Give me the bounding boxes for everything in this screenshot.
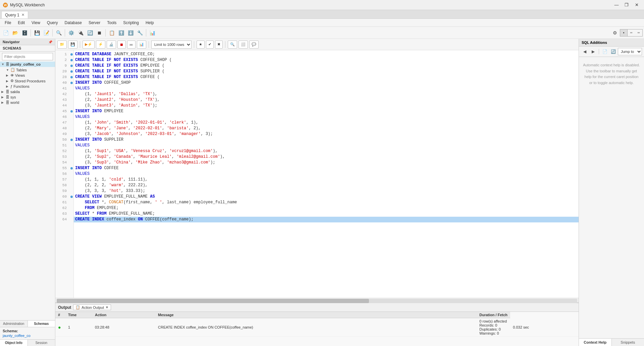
stop-query-button[interactable]: ⏹ xyxy=(117,41,126,49)
menu-scripting[interactable]: Scripting xyxy=(120,20,142,26)
view-split-btn[interactable]: ▫▫ xyxy=(628,29,635,36)
line-row-2: 2 xyxy=(55,57,73,63)
minimize-button[interactable]: — xyxy=(612,2,621,8)
continue-button[interactable]: ⏭ xyxy=(127,41,136,49)
tree-label-jaunty: jaunty_coffee_co xyxy=(10,62,41,66)
menu-help[interactable]: Help xyxy=(142,20,157,26)
menu-database[interactable]: Database xyxy=(61,20,85,26)
exec-dot xyxy=(70,59,73,61)
menu-view[interactable]: View xyxy=(28,20,44,26)
schema-btn[interactable]: 📊 xyxy=(148,28,157,37)
maximize-button[interactable]: ❐ xyxy=(622,2,631,8)
schemas-tab-label: Schemas xyxy=(34,322,49,326)
tree-item-world[interactable]: ▶ 🗄 world xyxy=(0,100,55,105)
menu-server[interactable]: Server xyxy=(85,20,104,26)
limit-select[interactable]: Limit to 1000 rows No Limit Limit to 10 … xyxy=(151,41,192,49)
view-grid-btn[interactable]: ▫▫ xyxy=(635,29,642,36)
tree-item-functions[interactable]: ▶ ƒ Functions xyxy=(0,84,55,89)
line-row-41: 41 xyxy=(55,86,73,91)
horizontal-scrollbar[interactable] xyxy=(55,298,579,302)
tree-item-sakila[interactable]: ▶ 🗄 sakila xyxy=(0,89,55,94)
row-status: ● xyxy=(55,318,65,337)
history-button[interactable]: 📋 xyxy=(107,28,116,37)
tree-item-tables[interactable]: ▼ 📋 Tables xyxy=(0,67,55,73)
tab-close-icon[interactable]: ✕ xyxy=(21,13,24,17)
beautify-button[interactable]: ⬜ xyxy=(238,41,248,49)
save-script-button[interactable]: 📝 xyxy=(42,28,51,37)
commit-button[interactable]: ✔ xyxy=(206,41,214,49)
close-button[interactable]: ✕ xyxy=(632,2,641,8)
refresh-button[interactable]: 🔄 xyxy=(86,28,94,37)
view-single-btn[interactable]: ▪ xyxy=(620,29,628,36)
search-replace-button[interactable]: 🔍 xyxy=(228,41,237,49)
doc-button[interactable]: 📄 xyxy=(601,48,608,55)
code-line-45: INSERT INTO EMPLOYEE xyxy=(74,109,579,114)
snippets-tab[interactable]: Snippets xyxy=(612,339,644,346)
dropdown-icon[interactable]: ▼ xyxy=(105,305,109,309)
output-table-header: # Time Action Message Duration / Fetch xyxy=(55,312,579,318)
line-row-20: 20 xyxy=(55,69,73,74)
row-message: 0 row(s) affected Records: 0 Duplicates:… xyxy=(477,318,510,337)
settings-button[interactable]: ⚙️ xyxy=(67,28,75,37)
exec-dot xyxy=(70,53,73,56)
comment-button[interactable]: 💬 xyxy=(249,41,259,49)
export-button[interactable]: ⬆️ xyxy=(117,28,125,37)
config-button[interactable]: 🔧 xyxy=(136,28,144,37)
tree-item-stored-procedures[interactable]: ▶ ⚙ Stored Procedures xyxy=(0,78,55,84)
navigator-pin-icon[interactable]: 📌 xyxy=(48,40,52,44)
menu-tools[interactable]: Tools xyxy=(104,20,120,26)
gear-icon-btn[interactable]: ⚙ xyxy=(610,28,619,37)
new-file-button[interactable]: 📄 xyxy=(1,28,10,37)
context-help-tab[interactable]: Context Help xyxy=(579,339,612,346)
right-panel: SQL Additions ◀ ▶ 📄 🔄 Jump to Automatic … xyxy=(579,39,644,346)
object-info-tab[interactable]: Object Info xyxy=(0,340,28,346)
code-line-41: VALUES xyxy=(74,86,579,91)
scrollbar-thumb[interactable] xyxy=(57,299,369,303)
code-editor[interactable]: 1 2 9 20 28 40 41 42 43 44 45 46 47 48 4… xyxy=(55,50,579,298)
line-row-58: 58 xyxy=(55,183,73,188)
save-button[interactable]: 💾 xyxy=(33,28,41,37)
open-file-button[interactable]: 📂 xyxy=(11,28,19,37)
schema-tree: ▼ 🗄 jaunty_coffee_co ▼ 📋 Tables ▶ 👁 View… xyxy=(0,62,55,320)
execute-all-button[interactable]: ▶⚡ xyxy=(83,41,95,49)
menu-query[interactable]: Query xyxy=(44,20,61,26)
scrollbar-track[interactable] xyxy=(57,299,577,303)
auto-button[interactable]: 🔄 xyxy=(609,48,617,55)
menu-edit[interactable]: Edit xyxy=(14,20,28,26)
menu-file[interactable]: File xyxy=(1,20,14,26)
open-schema-button[interactable]: 🗄️ xyxy=(20,28,29,37)
functions-icon: ƒ xyxy=(10,84,12,88)
next-button[interactable]: ▶ xyxy=(589,48,597,55)
stop-button[interactable]: ⏹ xyxy=(95,28,104,37)
administration-tab[interactable]: Administration xyxy=(0,321,28,327)
prev-button[interactable]: ◀ xyxy=(581,48,588,55)
code-line-54: (3, 'Sup3', 'China', 'Mike Zhao', 'mzhao… xyxy=(74,160,579,165)
execute-selection-button[interactable]: ⚡ xyxy=(96,41,105,49)
filter-input[interactable] xyxy=(2,53,53,60)
open-folder-button[interactable]: 📁 xyxy=(57,41,67,49)
query-stats-button[interactable]: ★ xyxy=(197,41,205,49)
import-button[interactable]: ⬇️ xyxy=(126,28,135,37)
rollback-button[interactable]: ✖ xyxy=(215,41,223,49)
explain-button[interactable]: 🔬 xyxy=(107,41,116,49)
exec-dot xyxy=(70,65,73,67)
jump-to-select[interactable]: Jump to xyxy=(618,48,642,55)
main-toolbar: 📄 📂 🗄️ 💾 📝 🔍 ⚙️ 🔌 🔄 ⏹ 📋 ⬆️ ⬇️ 🔧 📊 ⚙ ▪ ▫▫… xyxy=(0,27,644,39)
tree-item-sys[interactable]: ▶ 🗄 sys xyxy=(0,94,55,100)
row-num: 1 xyxy=(65,318,92,337)
tree-item-views[interactable]: ▶ 👁 Views xyxy=(0,73,55,78)
save-query-button[interactable]: 💾 xyxy=(68,41,77,49)
toggle-output-button[interactable]: 📊 xyxy=(137,41,146,49)
right-sep xyxy=(599,49,599,54)
right-spacer xyxy=(579,91,644,338)
search-button[interactable]: 🔍 xyxy=(54,28,63,37)
db-connect-button[interactable]: 🔌 xyxy=(76,28,85,37)
code-content[interactable]: CREATE DATABASE JAUNTY_COFFEE_CO; CREATE… xyxy=(74,50,579,298)
toolbar-sep-2 xyxy=(52,29,53,37)
schemas-tab[interactable]: Schemas xyxy=(28,321,55,327)
session-tab[interactable]: Session xyxy=(28,340,55,346)
view-toggle: ▪ ▫▫ ▫▫ xyxy=(620,29,643,37)
query-tab-1[interactable]: Query 1 ✕ xyxy=(1,11,28,18)
line-row-53: 53 xyxy=(55,154,73,160)
tree-item-jaunty[interactable]: ▼ 🗄 jaunty_coffee_co xyxy=(0,62,55,67)
